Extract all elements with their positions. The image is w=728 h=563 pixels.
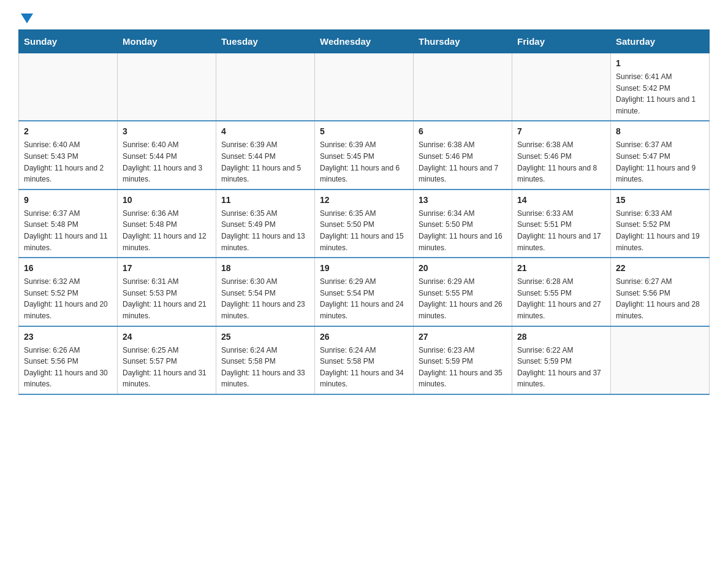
day-number: 20 [419, 262, 507, 275]
weekday-header-thursday: Thursday [414, 30, 512, 53]
calendar-cell: 12Sunrise: 6:35 AMSunset: 5:50 PMDayligh… [315, 190, 414, 258]
day-info: Sunrise: 6:29 AMSunset: 5:55 PMDaylight:… [419, 276, 507, 321]
calendar-cell: 28Sunrise: 6:22 AMSunset: 5:59 PMDayligh… [512, 326, 611, 394]
calendar-cell: 5Sunrise: 6:39 AMSunset: 5:45 PMDaylight… [315, 121, 414, 189]
calendar-cell [118, 53, 216, 121]
calendar-cell: 3Sunrise: 6:40 AMSunset: 5:44 PMDaylight… [118, 121, 216, 189]
logo [18, 12, 33, 23]
day-info: Sunrise: 6:33 AMSunset: 5:51 PMDaylight:… [517, 208, 605, 253]
calendar-cell [19, 53, 118, 121]
day-number: 6 [419, 125, 507, 138]
day-number: 28 [517, 331, 605, 343]
day-info: Sunrise: 6:26 AMSunset: 5:56 PMDaylight:… [24, 345, 112, 390]
day-info: Sunrise: 6:33 AMSunset: 5:52 PMDaylight:… [616, 208, 704, 253]
day-number: 2 [24, 125, 112, 138]
day-info: Sunrise: 6:39 AMSunset: 5:44 PMDaylight:… [221, 139, 309, 185]
calendar-cell [611, 326, 710, 394]
day-info: Sunrise: 6:38 AMSunset: 5:46 PMDaylight:… [419, 139, 507, 185]
day-number: 24 [123, 331, 211, 343]
calendar-body: 1Sunrise: 6:41 AMSunset: 5:42 PMDaylight… [19, 53, 710, 394]
calendar-cell: 17Sunrise: 6:31 AMSunset: 5:53 PMDayligh… [118, 258, 216, 326]
day-info: Sunrise: 6:35 AMSunset: 5:50 PMDaylight:… [320, 208, 408, 253]
day-number: 25 [221, 331, 309, 343]
day-number: 26 [320, 331, 408, 343]
calendar-cell: 7Sunrise: 6:38 AMSunset: 5:46 PMDaylight… [512, 121, 611, 189]
calendar-cell: 10Sunrise: 6:36 AMSunset: 5:48 PMDayligh… [118, 190, 216, 258]
calendar-cell: 14Sunrise: 6:33 AMSunset: 5:51 PMDayligh… [512, 190, 611, 258]
calendar-cell: 20Sunrise: 6:29 AMSunset: 5:55 PMDayligh… [414, 258, 512, 326]
weekday-header-row: SundayMondayTuesdayWednesdayThursdayFrid… [19, 30, 710, 53]
calendar-header: SundayMondayTuesdayWednesdayThursdayFrid… [19, 30, 710, 53]
day-info: Sunrise: 6:37 AMSunset: 5:47 PMDaylight:… [616, 139, 704, 185]
day-number: 23 [24, 331, 112, 343]
calendar-cell: 25Sunrise: 6:24 AMSunset: 5:58 PMDayligh… [216, 326, 315, 394]
day-info: Sunrise: 6:34 AMSunset: 5:50 PMDaylight:… [419, 208, 507, 253]
day-info: Sunrise: 6:32 AMSunset: 5:52 PMDaylight:… [24, 276, 112, 321]
calendar-cell: 11Sunrise: 6:35 AMSunset: 5:49 PMDayligh… [216, 190, 315, 258]
day-number: 11 [221, 194, 309, 207]
calendar-cell: 2Sunrise: 6:40 AMSunset: 5:43 PMDaylight… [19, 121, 118, 189]
weekday-header-saturday: Saturday [611, 30, 710, 53]
day-number: 1 [616, 57, 704, 70]
calendar-cell: 15Sunrise: 6:33 AMSunset: 5:52 PMDayligh… [611, 190, 710, 258]
day-info: Sunrise: 6:31 AMSunset: 5:53 PMDaylight:… [123, 276, 211, 321]
day-info: Sunrise: 6:24 AMSunset: 5:58 PMDaylight:… [221, 345, 309, 390]
day-info: Sunrise: 6:40 AMSunset: 5:43 PMDaylight:… [24, 139, 112, 185]
day-info: Sunrise: 6:38 AMSunset: 5:46 PMDaylight:… [517, 139, 605, 185]
day-info: Sunrise: 6:41 AMSunset: 5:42 PMDaylight:… [616, 71, 704, 117]
day-number: 13 [419, 194, 507, 207]
calendar-cell [414, 53, 512, 121]
day-info: Sunrise: 6:40 AMSunset: 5:44 PMDaylight:… [123, 139, 211, 185]
calendar-cell: 21Sunrise: 6:28 AMSunset: 5:55 PMDayligh… [512, 258, 611, 326]
day-info: Sunrise: 6:29 AMSunset: 5:54 PMDaylight:… [320, 276, 408, 321]
calendar-week-row: 9Sunrise: 6:37 AMSunset: 5:48 PMDaylight… [19, 190, 710, 258]
calendar-week-row: 2Sunrise: 6:40 AMSunset: 5:43 PMDaylight… [19, 121, 710, 189]
calendar-cell: 23Sunrise: 6:26 AMSunset: 5:56 PMDayligh… [19, 326, 118, 394]
day-number: 10 [123, 194, 211, 207]
day-info: Sunrise: 6:24 AMSunset: 5:58 PMDaylight:… [320, 345, 408, 390]
day-info: Sunrise: 6:36 AMSunset: 5:48 PMDaylight:… [123, 208, 211, 253]
calendar-cell: 9Sunrise: 6:37 AMSunset: 5:48 PMDaylight… [19, 190, 118, 258]
calendar-cell: 4Sunrise: 6:39 AMSunset: 5:44 PMDaylight… [216, 121, 315, 189]
day-info: Sunrise: 6:37 AMSunset: 5:48 PMDaylight:… [24, 208, 112, 253]
logo-triangle-icon [21, 13, 33, 23]
day-number: 18 [221, 262, 309, 275]
calendar-cell: 16Sunrise: 6:32 AMSunset: 5:52 PMDayligh… [19, 258, 118, 326]
day-number: 22 [616, 262, 704, 275]
calendar-cell: 13Sunrise: 6:34 AMSunset: 5:50 PMDayligh… [414, 190, 512, 258]
day-info: Sunrise: 6:22 AMSunset: 5:59 PMDaylight:… [517, 345, 605, 390]
calendar-cell: 24Sunrise: 6:25 AMSunset: 5:57 PMDayligh… [118, 326, 216, 394]
day-info: Sunrise: 6:27 AMSunset: 5:56 PMDaylight:… [616, 276, 704, 321]
day-number: 9 [24, 194, 112, 207]
calendar-table: SundayMondayTuesdayWednesdayThursdayFrid… [18, 29, 710, 395]
weekday-header-sunday: Sunday [19, 30, 118, 53]
day-number: 19 [320, 262, 408, 275]
calendar-cell: 19Sunrise: 6:29 AMSunset: 5:54 PMDayligh… [315, 258, 414, 326]
day-info: Sunrise: 6:23 AMSunset: 5:59 PMDaylight:… [419, 345, 507, 390]
calendar-cell: 26Sunrise: 6:24 AMSunset: 5:58 PMDayligh… [315, 326, 414, 394]
calendar-cell [315, 53, 414, 121]
calendar-cell: 18Sunrise: 6:30 AMSunset: 5:54 PMDayligh… [216, 258, 315, 326]
weekday-header-monday: Monday [118, 30, 216, 53]
calendar-cell: 27Sunrise: 6:23 AMSunset: 5:59 PMDayligh… [414, 326, 512, 394]
day-number: 15 [616, 194, 704, 207]
weekday-header-friday: Friday [512, 30, 611, 53]
day-number: 27 [419, 331, 507, 343]
calendar-week-row: 16Sunrise: 6:32 AMSunset: 5:52 PMDayligh… [19, 258, 710, 326]
weekday-header-wednesday: Wednesday [315, 30, 414, 53]
day-number: 21 [517, 262, 605, 275]
day-number: 5 [320, 125, 408, 138]
calendar-cell [512, 53, 611, 121]
calendar-cell: 8Sunrise: 6:37 AMSunset: 5:47 PMDaylight… [611, 121, 710, 189]
day-number: 8 [616, 125, 704, 138]
calendar-cell [216, 53, 315, 121]
day-number: 3 [123, 125, 211, 138]
calendar-cell: 22Sunrise: 6:27 AMSunset: 5:56 PMDayligh… [611, 258, 710, 326]
calendar-cell: 1Sunrise: 6:41 AMSunset: 5:42 PMDaylight… [611, 53, 710, 121]
day-info: Sunrise: 6:39 AMSunset: 5:45 PMDaylight:… [320, 139, 408, 185]
day-number: 7 [517, 125, 605, 138]
day-number: 12 [320, 194, 408, 207]
day-number: 17 [123, 262, 211, 275]
calendar-week-row: 1Sunrise: 6:41 AMSunset: 5:42 PMDaylight… [19, 53, 710, 121]
day-info: Sunrise: 6:35 AMSunset: 5:49 PMDaylight:… [221, 208, 309, 253]
